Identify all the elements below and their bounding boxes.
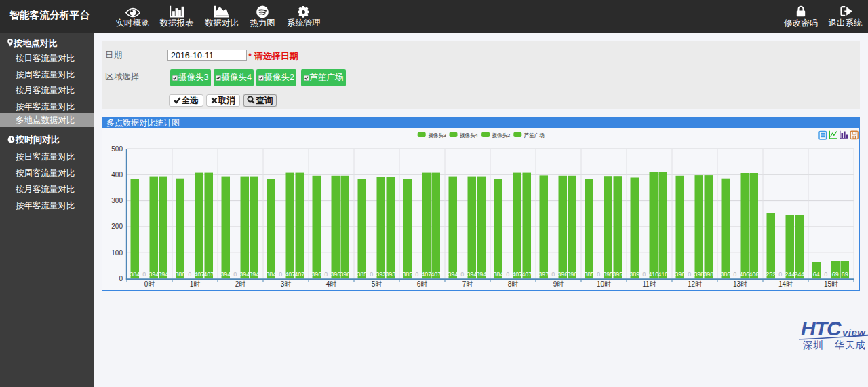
svg-text:2时: 2时 [235, 280, 246, 288]
svg-text:398: 398 [694, 271, 704, 278]
svg-text:12时: 12时 [688, 280, 702, 288]
svg-text:0: 0 [233, 271, 237, 278]
svg-text:0: 0 [415, 271, 418, 278]
svg-text:385: 385 [584, 271, 594, 278]
svg-text:386: 386 [720, 271, 730, 278]
svg-text:0: 0 [460, 271, 464, 278]
svg-text:13时: 13时 [733, 280, 747, 288]
svg-text:0: 0 [324, 271, 328, 278]
svg-text:11时: 11时 [642, 280, 656, 288]
svg-text:395: 395 [612, 271, 623, 278]
svg-text:摄像头4: 摄像头4 [460, 132, 478, 139]
svg-text:394: 394 [467, 271, 477, 278]
svg-text:384: 384 [130, 271, 140, 278]
svg-text:385: 385 [357, 271, 367, 278]
svg-text:0: 0 [188, 271, 191, 278]
svg-text:64: 64 [813, 271, 820, 278]
svg-text:394: 394 [158, 271, 168, 278]
svg-text:100: 100 [111, 249, 123, 257]
svg-text:0: 0 [370, 271, 373, 278]
svg-text:1时: 1时 [190, 280, 201, 288]
svg-text:396: 396 [567, 271, 577, 278]
svg-text:500: 500 [111, 145, 123, 153]
svg-text:407: 407 [294, 271, 304, 278]
svg-text:0时: 0时 [144, 280, 155, 288]
svg-text:0: 0 [733, 271, 736, 278]
svg-text:0: 0 [551, 271, 555, 278]
svg-text:385: 385 [402, 271, 412, 278]
svg-text:410: 410 [648, 271, 658, 278]
svg-text:394: 394 [448, 271, 458, 278]
svg-text:0: 0 [142, 271, 146, 278]
svg-text:244: 244 [785, 271, 795, 278]
svg-text:407: 407 [431, 271, 441, 278]
svg-text:芦笙广场: 芦笙广场 [524, 132, 545, 139]
svg-text:386: 386 [175, 271, 185, 278]
svg-text:8时: 8时 [508, 280, 519, 288]
svg-text:396: 396 [675, 271, 685, 278]
svg-text:244: 244 [794, 271, 804, 278]
svg-text:396: 396 [330, 271, 340, 278]
svg-text:407: 407 [521, 271, 532, 278]
svg-text:10时: 10时 [597, 280, 611, 288]
svg-text:5时: 5时 [372, 280, 382, 288]
svg-text:69: 69 [842, 271, 848, 278]
svg-text:395: 395 [603, 271, 613, 278]
svg-text:200: 200 [111, 223, 123, 230]
svg-text:6时: 6时 [417, 280, 428, 288]
svg-text:389: 389 [629, 271, 639, 278]
svg-text:69: 69 [832, 271, 839, 278]
svg-text:407: 407 [421, 271, 431, 278]
svg-text:252: 252 [766, 271, 776, 278]
svg-text:396: 396 [311, 271, 321, 278]
svg-text:406: 406 [749, 271, 759, 278]
svg-text:397: 397 [538, 271, 549, 278]
svg-text:0: 0 [597, 271, 600, 278]
svg-text:407: 407 [512, 271, 522, 278]
svg-text:407: 407 [194, 271, 204, 278]
svg-text:410: 410 [658, 271, 668, 278]
svg-text:300: 300 [111, 197, 123, 204]
svg-text:0: 0 [688, 271, 691, 278]
svg-text:400: 400 [111, 171, 123, 179]
svg-text:396: 396 [557, 271, 568, 278]
svg-text:394: 394 [220, 271, 231, 278]
svg-text:9时: 9时 [553, 280, 564, 288]
svg-text:15时: 15时 [824, 280, 838, 288]
svg-text:0: 0 [778, 271, 782, 278]
svg-text:摄像头2: 摄像头2 [492, 132, 511, 139]
svg-text:14时: 14时 [778, 280, 793, 288]
svg-text:394: 394 [249, 271, 259, 278]
svg-text:384: 384 [493, 271, 503, 278]
svg-text:394: 394 [476, 271, 486, 278]
svg-text:393: 393 [385, 271, 395, 278]
svg-text:394: 394 [239, 271, 250, 278]
svg-text:398: 398 [703, 271, 713, 278]
svg-text:3时: 3时 [281, 280, 292, 288]
svg-text:406: 406 [739, 271, 749, 278]
svg-text:393: 393 [376, 271, 386, 278]
svg-text:0: 0 [119, 275, 123, 282]
svg-text:0: 0 [506, 271, 509, 278]
svg-text:394: 394 [149, 271, 159, 278]
svg-text:7时: 7时 [462, 280, 473, 288]
svg-text:384: 384 [266, 271, 276, 278]
svg-text:407: 407 [203, 271, 214, 278]
svg-text:0: 0 [824, 271, 827, 278]
svg-text:0: 0 [279, 271, 282, 278]
svg-text:0: 0 [642, 271, 646, 278]
svg-text:摄像头3: 摄像头3 [428, 132, 446, 139]
svg-text:396: 396 [340, 271, 350, 278]
svg-text:407: 407 [285, 271, 295, 278]
svg-text:4时: 4时 [326, 280, 337, 288]
